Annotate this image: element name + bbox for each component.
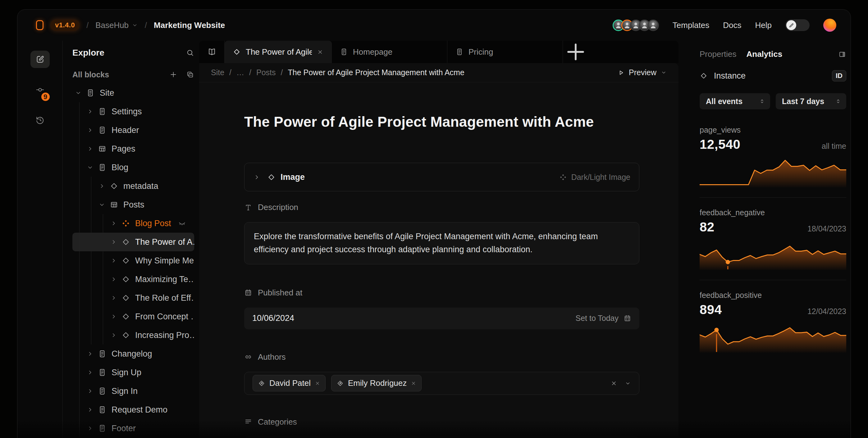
- edit-icon[interactable]: [30, 51, 50, 68]
- tab-reader[interactable]: [199, 41, 225, 63]
- table-icon: [110, 200, 118, 209]
- search-icon[interactable]: [186, 49, 194, 57]
- id-badge[interactable]: ID: [832, 70, 846, 82]
- tree-guide: [79, 177, 80, 195]
- daterange-select[interactable]: Last 7 days: [776, 93, 846, 110]
- version-badge[interactable]: v1.4.0: [50, 20, 80, 31]
- breadcrumb-item[interactable]: …: [237, 68, 244, 77]
- image-block-label: Image: [281, 173, 305, 182]
- tree-item-the-power-of-a-[interactable]: The Power of A…: [72, 233, 194, 251]
- tree-item-blog-post[interactable]: Blog Post: [72, 214, 194, 233]
- instance-label: Instance: [714, 71, 746, 81]
- tree-item-header[interactable]: Header: [72, 121, 194, 139]
- diamond-icon: [121, 331, 130, 340]
- edit-mode-toggle[interactable]: [785, 19, 810, 31]
- published-date-field[interactable]: 10/06/2024 Set to Today: [244, 308, 639, 329]
- history-icon[interactable]: [30, 112, 50, 129]
- tab-strip: The Power of Agile…HomepagePricing: [199, 41, 679, 63]
- nav-item-templates[interactable]: Templates: [673, 21, 710, 30]
- list-icon: [244, 418, 252, 426]
- avatar[interactable]: [647, 20, 659, 31]
- metrics-list: page_views12,540all timefeedback_negativ…: [700, 125, 846, 352]
- chevron-up-down-icon: [835, 98, 841, 104]
- project-name[interactable]: Marketing Website: [154, 21, 225, 30]
- doc-icon: [98, 126, 106, 134]
- tab-pricing[interactable]: Pricing: [447, 41, 563, 63]
- chevron-right-icon[interactable]: [253, 174, 260, 181]
- inspector-tab-analytics[interactable]: Analytics: [747, 50, 782, 59]
- authors-field[interactable]: David PatelEmily Rodriguez: [244, 372, 639, 395]
- link-icon: [244, 353, 252, 361]
- tree-guide: [79, 195, 80, 214]
- breadcrumb-item[interactable]: Posts: [256, 68, 276, 77]
- tag-emily-rodriguez[interactable]: Emily Rodriguez: [331, 375, 422, 392]
- tab-the-power-of-agile-[interactable]: The Power of Agile…: [225, 41, 332, 63]
- nav-item-docs[interactable]: Docs: [723, 21, 741, 30]
- doc-icon: [98, 387, 106, 396]
- events-select[interactable]: All events: [700, 93, 770, 110]
- tree-item-pages[interactable]: Pages: [72, 139, 194, 158]
- tree-item-settings[interactable]: Settings: [72, 102, 194, 121]
- new-tab-button[interactable]: [563, 41, 588, 63]
- description-field[interactable]: Explore the transformative benefits of A…: [244, 222, 639, 264]
- chevron-right-icon: [110, 220, 117, 227]
- tree-item-metadata[interactable]: metadata: [72, 177, 194, 195]
- basehub-logo[interactable]: [36, 20, 43, 30]
- tree-item-the-role-of-eff-[interactable]: The Role of Eff…: [72, 289, 194, 307]
- tree-guide: [79, 139, 80, 158]
- tag-david-patel[interactable]: David Patel: [253, 375, 326, 392]
- tab-label: Pricing: [468, 47, 493, 57]
- breadcrumb: Site/…/Posts/The Power of Agile Project …: [199, 63, 679, 82]
- breadcrumb-separator: /: [86, 21, 89, 30]
- tab-homepage[interactable]: Homepage: [332, 41, 447, 63]
- diamond-icon: [121, 238, 130, 246]
- book-icon: [208, 48, 216, 56]
- tree-item-changelog[interactable]: Changelog: [72, 344, 194, 363]
- metric-period: all time: [822, 142, 846, 151]
- tree-item-why-simple-me-[interactable]: Why Simple Me…: [72, 251, 194, 270]
- instance-row[interactable]: Instance ID: [700, 70, 846, 82]
- panel-toggle-icon[interactable]: [838, 50, 846, 58]
- tree-item-blog[interactable]: Blog: [72, 158, 194, 177]
- tree-item-label: Request Demo: [112, 405, 167, 415]
- user-avatar[interactable]: [823, 19, 836, 32]
- tree-item-sign-up[interactable]: Sign Up: [72, 363, 194, 382]
- inspector-tab-properties[interactable]: Properties: [700, 50, 737, 59]
- page-title[interactable]: The Power of Agile Project Management wi…: [244, 114, 639, 130]
- all-blocks-label[interactable]: All blocks: [72, 70, 109, 79]
- doc-icon: [86, 89, 95, 97]
- categories-field[interactable]: Productivity: [244, 437, 639, 438]
- tree-guide: [79, 251, 80, 270]
- tree-item-label: metadata: [123, 181, 158, 191]
- tree-item-footer[interactable]: Footer: [72, 419, 194, 438]
- set-to-today-button[interactable]: Set to Today: [575, 314, 631, 323]
- tree-item-request-demo[interactable]: Request Demo: [72, 400, 194, 419]
- breadcrumb-current: The Power of Agile Project Management wi…: [288, 68, 464, 77]
- tree-guide: [91, 307, 91, 326]
- nav-item-help[interactable]: Help: [755, 21, 772, 30]
- tree-item-sign-in[interactable]: Sign In: [72, 382, 194, 400]
- metric-value: 82: [700, 220, 715, 234]
- tree-item-posts[interactable]: Posts: [72, 195, 194, 214]
- chevron-right-icon: [110, 294, 117, 301]
- add-block-icon[interactable]: [169, 70, 177, 79]
- doc-icon: [98, 368, 106, 377]
- tag-label: Emily Rodriguez: [348, 378, 407, 388]
- preview-button[interactable]: Preview: [618, 68, 667, 77]
- tree-item-label: Sign Up: [112, 368, 141, 377]
- tree-item-from-concept-[interactable]: From Concept …: [72, 307, 194, 326]
- duplicate-icon[interactable]: [186, 70, 194, 79]
- org-menu[interactable]: BaseHub: [95, 21, 138, 30]
- tree-item-site[interactable]: Site: [72, 84, 194, 102]
- tree-guide: [91, 270, 91, 289]
- tree-guide: [79, 400, 80, 419]
- image-block[interactable]: Image Dark/Light Image: [244, 163, 639, 191]
- chevron-down-icon[interactable]: [625, 380, 631, 386]
- tree-item-increasing-pro-[interactable]: Increasing Pro…: [72, 326, 194, 344]
- clear-field-icon[interactable]: [611, 380, 617, 387]
- metric-value: 12,540: [700, 137, 740, 152]
- tree-item-maximizing-te-[interactable]: Maximizing Te…: [72, 270, 194, 289]
- tree-guide: [103, 270, 103, 289]
- commits-icon[interactable]: 9: [30, 81, 50, 98]
- breadcrumb-item[interactable]: Site: [211, 68, 224, 77]
